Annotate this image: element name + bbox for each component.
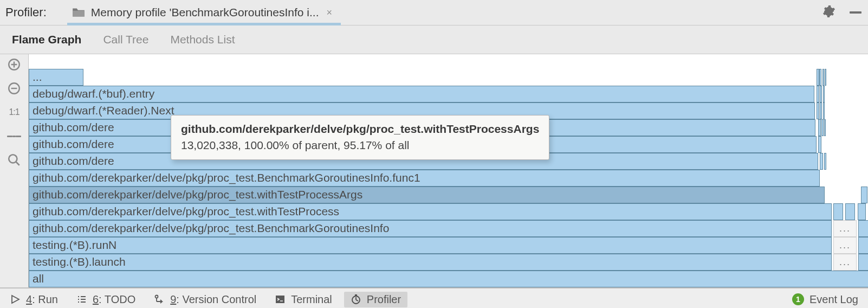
toolwindow-profiler[interactable]: Profiler	[344, 292, 407, 307]
terminal-icon	[275, 294, 286, 305]
flame-frame-tiny[interactable]	[818, 119, 821, 136]
flame-frame-tiny[interactable]	[818, 136, 821, 153]
toolwindow-version-control[interactable]: 9: Version Control	[154, 293, 256, 306]
flame-frame-tiny[interactable]	[845, 203, 856, 220]
zoom-in-icon[interactable]	[7, 57, 21, 72]
flame-frame[interactable]: debug/dwarf.(*buf).entry	[29, 86, 814, 102]
flame-frame-tiny[interactable]	[820, 153, 823, 170]
profile-tab[interactable]: Memory profile 'BenchmarkGoroutinesInfo …	[67, 0, 341, 25]
flame-row: debug/dwarf.(*buf).entry	[29, 86, 868, 102]
profiler-view-tabs: Flame Graph Call Tree Methods List	[0, 25, 868, 54]
tooltip-title: github.com/derekparker/delve/pkg/proc_te…	[181, 121, 539, 137]
flame-row: all	[29, 271, 868, 287]
flame-frame[interactable]: github.com/derekparker/delve/pkg/proc_te…	[29, 187, 825, 203]
frame-tooltip: github.com/derekparker/delve/pkg/proc_te…	[171, 115, 549, 160]
svg-rect-4	[276, 296, 284, 303]
close-icon[interactable]: ×	[326, 8, 332, 17]
profiler-icon	[351, 294, 361, 305]
folder-icon	[72, 7, 86, 18]
flame-more[interactable]: ...	[833, 220, 857, 237]
flame-frame-tiny[interactable]	[823, 86, 825, 102]
flame-frame-tiny[interactable]	[858, 203, 866, 220]
flame-frame-tiny[interactable]	[824, 119, 826, 136]
flame-row: github.com/derekparker/delve/pkg/proc_te…	[29, 170, 868, 187]
tool-windows-bar: 4: Run 6: TODO 9: Version Control Termin…	[0, 288, 868, 308]
flame-frame-tiny[interactable]	[858, 237, 868, 254]
show-text-icon[interactable]	[7, 129, 21, 143]
flame-row: github.com/derekparker/delve/pkg/proc_te…	[29, 187, 868, 203]
tooltip-body: 13,020,338, 100.00% of parent, 95.17% of…	[181, 137, 539, 153]
flame-frame-tiny[interactable]	[820, 102, 822, 119]
flame-row: testing.(*B).launch...	[29, 254, 868, 271]
tab-call-tree[interactable]: Call Tree	[102, 30, 150, 49]
flame-frame-tiny[interactable]	[824, 153, 827, 170]
flame-frame-tiny[interactable]	[823, 102, 825, 119]
profile-tab-label: Memory profile 'BenchmarkGoroutinesInfo …	[91, 6, 319, 19]
flame-frame[interactable]: testing.(*B).launch	[29, 254, 832, 271]
toolwindow-terminal[interactable]: Terminal	[275, 293, 332, 306]
toolwindow-title: Profiler:	[5, 5, 47, 20]
flame-side-toolbar: 1:1	[0, 54, 29, 287]
flame-graph[interactable]: ...debug/dwarf.(*buf).entrydebug/dwarf.(…	[29, 54, 868, 287]
svg-point-3	[156, 296, 158, 298]
svg-point-2	[9, 155, 17, 163]
flame-more[interactable]: ...	[833, 237, 857, 254]
profiler-main: 1:1 ...debug/dwarf.(*buf).entrydebug/dwa…	[0, 54, 868, 288]
flame-row: github.com/derekparker/delve/pkg/proc_te…	[29, 220, 868, 237]
flame-frame-tiny[interactable]	[861, 187, 867, 203]
flame-frame[interactable]: github.com/derekparker/delve/pkg/proc_te…	[29, 220, 832, 237]
flame-frame-tiny[interactable]	[822, 69, 824, 86]
profiler-header: Profiler: Memory profile 'BenchmarkGorou…	[0, 0, 868, 25]
tab-methods-list[interactable]: Methods List	[169, 30, 236, 49]
search-icon[interactable]	[7, 153, 21, 167]
toolwindow-run[interactable]: 4: Run	[10, 293, 58, 306]
toolwindow-todo[interactable]: 6: TODO	[76, 293, 135, 306]
flame-frame-tiny[interactable]	[817, 86, 819, 102]
event-log-button[interactable]: 1 Event Log	[792, 293, 858, 306]
flame-frame-tiny[interactable]	[821, 119, 824, 136]
flame-frame-tiny[interactable]	[858, 254, 868, 271]
gear-icon[interactable]	[822, 5, 835, 21]
reset-zoom-icon[interactable]: 1:1	[7, 105, 21, 119]
notification-badge: 1	[792, 293, 804, 305]
tab-flame-graph[interactable]: Flame Graph	[11, 30, 82, 49]
flame-frame[interactable]: github.com/derekparker/delve/pkg/proc_te…	[29, 170, 820, 187]
flame-frame[interactable]: testing.(*B).runN	[29, 237, 832, 254]
flame-more[interactable]: ...	[833, 254, 857, 271]
flame-row: ...	[29, 69, 868, 86]
flame-frame-tiny[interactable]	[820, 86, 822, 102]
flame-frame[interactable]: github.com/derekparker/delve/pkg/proc_te…	[29, 203, 832, 220]
flame-row: github.com/derekparker/delve/pkg/proc_te…	[29, 203, 868, 220]
play-icon	[10, 294, 21, 305]
flame-frame-tiny[interactable]	[858, 220, 868, 237]
flame-frame[interactable]: all	[29, 271, 868, 287]
flame-row: testing.(*B).runN...	[29, 237, 868, 254]
flame-frame-tiny[interactable]	[819, 69, 821, 86]
flame-frame-tiny[interactable]	[833, 203, 844, 220]
vcs-icon	[154, 294, 165, 305]
flame-frame-tiny[interactable]	[817, 102, 819, 119]
minimize-icon[interactable]	[850, 11, 861, 14]
zoom-out-icon[interactable]	[7, 81, 21, 95]
todo-icon	[76, 294, 87, 305]
flame-frame-tiny[interactable]	[825, 69, 826, 86]
flame-frame-tiny[interactable]	[817, 69, 819, 86]
flame-frame[interactable]: ...	[29, 69, 83, 86]
